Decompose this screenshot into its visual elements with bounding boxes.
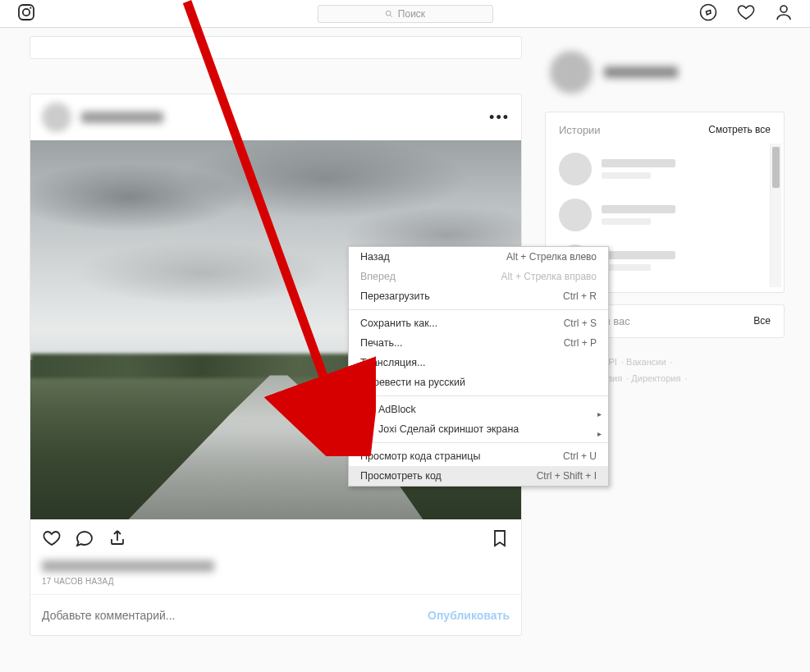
comment-row: Опубликовать: [30, 594, 521, 635]
svg-point-5: [701, 4, 716, 20]
search-placeholder: Поиск: [398, 8, 425, 20]
story-item[interactable]: [559, 146, 771, 192]
post-header: •••: [30, 94, 521, 140]
svg-point-1: [23, 8, 30, 15]
context-menu: НазадAlt + Стрелка влево ВпередAlt + Стр…: [348, 246, 609, 487]
ctx-save-as[interactable]: Сохранить как...Ctrl + S: [349, 313, 608, 333]
comment-icon[interactable]: [75, 528, 94, 551]
heart-icon[interactable]: [736, 2, 756, 25]
author-username[interactable]: [81, 112, 163, 123]
ctx-view-source[interactable]: Просмотр кода страницыCtrl + U: [349, 446, 608, 466]
stories-see-all[interactable]: Смотреть все: [708, 124, 771, 136]
user-avatar[interactable]: [550, 51, 593, 94]
user-name[interactable]: [604, 66, 678, 78]
adblock-icon: [360, 404, 372, 415]
ctx-forward: ВпередAlt + Стрелка вправо: [349, 267, 608, 286]
joxi-icon: [360, 423, 372, 435]
ctx-back[interactable]: НазадAlt + Стрелка влево: [349, 247, 608, 267]
comment-input[interactable]: [42, 609, 428, 622]
ctx-inspect[interactable]: Просмотреть кодCtrl + Shift + I: [349, 466, 608, 486]
ctx-adblock[interactable]: AdBlock: [349, 400, 608, 419]
svg-marker-6: [707, 10, 712, 15]
svg-point-3: [386, 11, 391, 16]
like-icon[interactable]: [42, 528, 62, 551]
ctx-reload[interactable]: ПерезагрузитьCtrl + R: [349, 286, 608, 306]
ctx-cast[interactable]: Трансляция...: [349, 353, 608, 373]
top-nav: Поиск: [0, 0, 810, 28]
search-input[interactable]: Поиск: [318, 5, 493, 23]
instagram-logo-icon[interactable]: [16, 2, 36, 25]
previous-post-stub: [30, 36, 522, 59]
publish-button[interactable]: Опубликовать: [428, 609, 510, 622]
post-caption: [42, 560, 214, 572]
post-options-icon[interactable]: •••: [489, 109, 510, 126]
ctx-joxi[interactable]: Joxi Сделай скриншот экрана: [349, 419, 608, 439]
profile-icon[interactable]: [774, 2, 794, 25]
ctx-print[interactable]: Печать...Ctrl + P: [349, 333, 608, 353]
post-actions: [30, 519, 521, 560]
share-icon[interactable]: [108, 528, 127, 551]
bookmark-icon[interactable]: [490, 528, 510, 551]
svg-line-4: [390, 15, 392, 17]
post-timestamp: 17 ЧАСОВ НАЗАД: [42, 577, 510, 586]
stories-scrollbar[interactable]: [770, 144, 781, 287]
ctx-translate[interactable]: Перевести на русский: [349, 373, 608, 392]
svg-point-7: [780, 6, 787, 12]
recs-all[interactable]: Все: [753, 315, 771, 327]
svg-point-2: [30, 7, 31, 8]
current-user-block[interactable]: [550, 51, 785, 94]
story-item[interactable]: [559, 192, 771, 238]
stories-title: Истории: [559, 124, 601, 136]
author-avatar[interactable]: [42, 103, 71, 132]
explore-icon[interactable]: [698, 2, 718, 25]
svg-rect-0: [19, 5, 34, 20]
